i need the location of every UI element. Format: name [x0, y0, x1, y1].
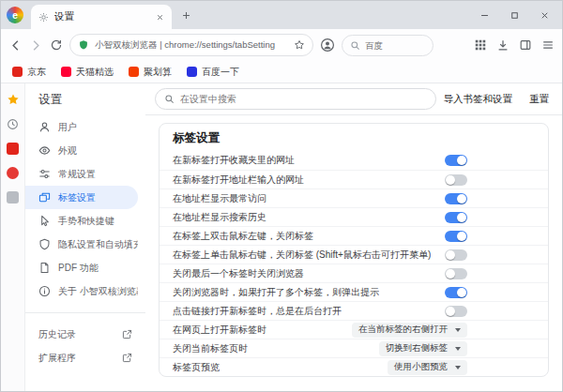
sidebar-item-user[interactable]: 用户	[25, 115, 138, 139]
sidebar-item-general[interactable]: 常规设置	[25, 162, 138, 186]
app-shortcut-icon[interactable]	[7, 167, 19, 179]
dropdown-close-current-tab[interactable]: 切换到右侧标签	[379, 341, 468, 356]
apps-grid-icon[interactable]	[474, 38, 487, 52]
url-input[interactable]	[95, 40, 288, 51]
setting-row: 点击链接打开新标签时，总是在后台打开	[160, 301, 548, 320]
tmall-favicon-icon	[61, 67, 71, 77]
sidebar-item-label: 标签设置	[58, 191, 96, 204]
baidu-favicon-icon	[187, 67, 197, 77]
tabs-icon	[38, 191, 51, 204]
refresh-icon[interactable]	[50, 38, 63, 52]
setting-row: 关闭最后一个标签时关闭浏览器	[160, 264, 548, 282]
setting-label: 在标签上单击鼠标右键，关闭标签 (Shift+鼠标右击可打开菜单)	[173, 249, 431, 262]
sidebar-link-extensions[interactable]: 扩展程序	[25, 346, 145, 369]
settings-scroll-area[interactable]: 标签设置 在新标签打开收藏夹里的网址 在新标签打开地址栏输入的网址 在地址栏显示…	[145, 115, 562, 391]
toggle-switch[interactable]	[445, 268, 467, 279]
setting-label: 标签页预览	[173, 361, 220, 374]
tab-strip: e 设置	[1, 1, 562, 29]
toggle-switch[interactable]	[445, 174, 467, 186]
setting-row: 关闭当前标签页时 切换到右侧标签	[160, 339, 548, 357]
sidebar-item-privacy[interactable]: 隐私设置和自动填充	[25, 233, 138, 256]
header-buttons: 导入书签和设置 重置	[444, 93, 550, 106]
sidebar-item-label: 用户	[58, 121, 77, 134]
maximize-button[interactable]	[502, 6, 526, 24]
bookmark-item[interactable]: 百度一下	[187, 66, 239, 79]
minimize-button[interactable]	[472, 6, 496, 24]
tab-settings[interactable]: 设置	[31, 5, 172, 29]
toggle-knob	[446, 307, 455, 316]
address-bar[interactable]	[69, 34, 313, 56]
toggle-switch[interactable]	[445, 231, 467, 242]
new-tab-button[interactable]	[181, 10, 191, 21]
close-button[interactable]	[532, 6, 556, 24]
bookmark-item[interactable]: 京东	[12, 66, 46, 79]
sidebar-item-label: 隐私设置和自动填充	[58, 238, 138, 251]
external-link-icon	[122, 329, 132, 339]
chevron-down-icon	[455, 328, 461, 332]
bookmark-item[interactable]: 天猫精选	[61, 66, 114, 79]
menu-icon[interactable]	[541, 38, 555, 52]
bookmarks-bar: 京东 天猫精选 聚划算 百度一下	[1, 61, 562, 83]
toggle-switch[interactable]	[445, 306, 467, 317]
sidebar-item-pdf[interactable]: PDF 功能	[25, 256, 138, 279]
sidebar-item-label: 关于 小智双核浏览器	[58, 285, 138, 298]
info-icon	[38, 285, 51, 297]
download-icon[interactable]	[496, 38, 510, 52]
forward-icon[interactable]	[29, 38, 43, 53]
sidebar-item-about[interactable]: 关于 小智双核浏览器	[25, 279, 138, 303]
chevron-down-icon	[455, 347, 461, 351]
setting-row: 在地址栏显示最常访问	[160, 188, 548, 207]
dropdown-value: 使用小图预览	[394, 361, 448, 373]
sidebar-item-label: 外观	[58, 144, 77, 158]
settings-nav-title: 设置	[25, 83, 145, 115]
dropdown-tab-preview[interactable]: 使用小图预览	[388, 360, 467, 375]
sidebar-item-tabs[interactable]: 标签设置	[25, 186, 138, 209]
bookmark-item[interactable]: 聚划算	[129, 66, 172, 79]
sidebar-panel-icon[interactable]	[519, 38, 532, 52]
settings-search-box[interactable]	[155, 88, 436, 110]
search-icon	[350, 40, 360, 51]
toggle-switch[interactable]	[445, 249, 467, 261]
history-clock-icon[interactable]	[7, 118, 19, 130]
dropdown-value: 切换到右侧标签	[386, 342, 449, 354]
user-avatar-icon[interactable]	[320, 38, 335, 53]
bookmark-star-icon[interactable]	[294, 39, 305, 51]
setting-label: 在地址栏显示搜索历史	[173, 211, 266, 224]
toggle-switch[interactable]	[445, 212, 467, 223]
chevron-down-icon	[455, 366, 461, 369]
app-shortcut-icon[interactable]	[7, 191, 19, 204]
nav-divider	[25, 312, 145, 313]
toggle-knob	[457, 194, 466, 204]
sidebar-link-history[interactable]: 历史记录	[25, 323, 145, 346]
search-icon	[164, 94, 175, 104]
favorites-star-icon[interactable]	[7, 93, 20, 106]
setting-label: 在新标签打开收藏夹里的网址	[173, 154, 295, 167]
sidebar-item-gestures[interactable]: 手势和快捷键	[25, 209, 138, 233]
toggle-knob	[446, 250, 455, 260]
setting-row: 标签页预览 使用小图预览	[160, 357, 548, 376]
back-icon[interactable]	[8, 38, 23, 53]
setting-row: 关闭浏览器时，如果打开了多个标签，则弹出提示	[160, 282, 548, 301]
browser-logo: e	[7, 7, 23, 23]
reset-button[interactable]: 重置	[529, 93, 549, 106]
quick-search-box[interactable]	[342, 35, 434, 56]
app-shortcut-icon[interactable]	[7, 143, 19, 155]
setting-row: 在网页上打开新标签时 在当前标签的右侧打开	[160, 320, 548, 339]
setting-label: 关闭浏览器时，如果打开了多个标签，则弹出提示	[173, 286, 379, 299]
browser-toolbar	[1, 29, 562, 61]
security-shield-icon[interactable]	[78, 39, 89, 51]
document-icon	[38, 262, 51, 274]
settings-search-input[interactable]	[180, 94, 427, 104]
toggle-switch[interactable]	[445, 287, 467, 298]
toggle-knob	[457, 213, 466, 222]
tab-close-icon[interactable]	[156, 13, 164, 22]
setting-label: 关闭最后一个标签时关闭浏览器	[173, 267, 304, 280]
dropdown-open-new-tab-position[interactable]: 在当前标签的右侧打开	[352, 323, 467, 338]
bookmark-label: 京东	[27, 66, 46, 79]
quick-search-input[interactable]	[365, 40, 425, 51]
sidebar-item-appearance[interactable]: 外观	[25, 139, 138, 162]
toggle-switch[interactable]	[445, 155, 467, 166]
import-bookmarks-button[interactable]: 导入书签和设置	[444, 93, 513, 106]
toggle-switch[interactable]	[445, 193, 467, 204]
sliders-icon	[38, 168, 51, 180]
